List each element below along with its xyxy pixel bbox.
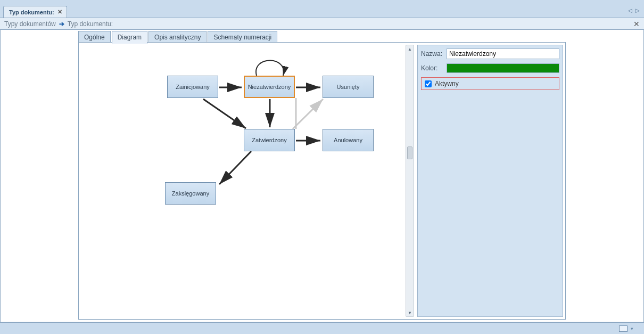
node-label: Usunięty	[337, 84, 360, 90]
window-tab-title: Typ dokumentu:	[9, 9, 54, 15]
node-label: Anulowany	[334, 137, 362, 143]
diagram-canvas[interactable]: Zainicjowany Niezatwierdzony Usunięty Za…	[81, 45, 404, 317]
scroll-up-icon[interactable]: ▲	[406, 45, 414, 53]
node-anulowany[interactable]: Anulowany	[323, 129, 374, 151]
node-zatwierdzony[interactable]: Zatwierdzony	[244, 129, 295, 151]
node-usuniety[interactable]: Usunięty	[323, 76, 374, 98]
breadcrumb-arrow-icon: ➔	[59, 20, 64, 28]
vertical-scrollbar[interactable]: ▲ ▼	[406, 45, 414, 317]
properties-panel: Nazwa: Kolor: Aktywny	[417, 45, 563, 317]
scroll-down-icon[interactable]: ▼	[406, 309, 414, 316]
active-checkbox-row[interactable]: Aktywny	[421, 77, 559, 90]
breadcrumb-root[interactable]: Typy dokumentów	[4, 20, 56, 28]
breadcrumb: Typy dokumentów ➔ Typ dokumentu: ✕	[0, 18, 644, 30]
color-label: Kolor:	[421, 64, 447, 72]
node-zainicjowany[interactable]: Zainicjowany	[167, 76, 218, 98]
tab-close-icon[interactable]: ✕	[57, 9, 62, 15]
svg-line-3	[203, 99, 246, 128]
status-bar: ▾	[0, 322, 644, 334]
node-label: Zatwierdzony	[252, 137, 286, 143]
breadcrumb-current: Typ dokumentu:	[68, 20, 113, 28]
node-label: Niezatwierdzony	[248, 84, 291, 90]
name-input[interactable]	[447, 48, 559, 59]
status-keyboard-icon[interactable]	[619, 325, 628, 332]
svg-line-8	[219, 151, 251, 184]
window-tab-document-type[interactable]: Typ dokumentu: ✕	[3, 6, 67, 18]
name-label: Nazwa:	[421, 50, 447, 58]
nav-right-icon[interactable]: ▷	[635, 7, 640, 13]
node-zaksiegowany[interactable]: Zaksięgowany	[165, 182, 216, 205]
node-label: Zaksięgowany	[172, 190, 209, 197]
node-niezatwierdzony[interactable]: Niezatwierdzony	[244, 76, 295, 98]
tab-diagram[interactable]: Diagram	[112, 31, 147, 44]
breadcrumb-close-icon[interactable]: ✕	[633, 20, 640, 28]
active-checkbox[interactable]	[425, 80, 432, 87]
window-tab-bar: Typ dokumentu: ✕ ◁ ▷	[0, 5, 644, 18]
nav-left-icon[interactable]: ◁	[628, 7, 632, 13]
svg-line-6	[293, 99, 323, 129]
scroll-thumb[interactable]	[407, 146, 412, 159]
active-label: Aktywny	[435, 80, 459, 87]
color-picker[interactable]	[447, 63, 559, 73]
tab-content: Zainicjowany Niezatwierdzony Usunięty Za…	[78, 42, 566, 320]
status-dropdown-icon[interactable]: ▾	[631, 326, 633, 331]
node-label: Zainicjowany	[176, 84, 210, 90]
